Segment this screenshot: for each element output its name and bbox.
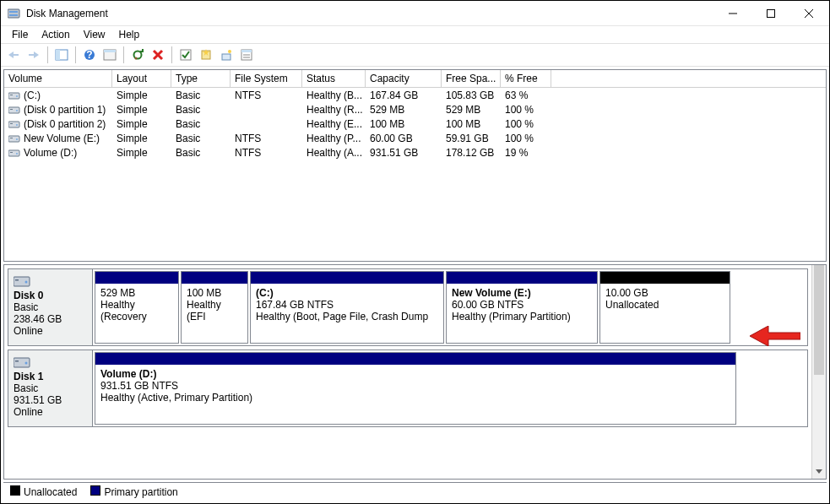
column-header-status[interactable]: Status [302, 70, 366, 87]
cell: 167.84 GB [366, 89, 442, 102]
volume-list-header: VolumeLayoutTypeFile SystemStatusCapacit… [4, 70, 826, 88]
close-button[interactable] [789, 2, 827, 25]
cell: Simple [112, 132, 171, 145]
volume-row[interactable]: (Disk 0 partition 1)SimpleBasicHealthy (… [4, 102, 826, 117]
cell: 529 MB [442, 103, 501, 117]
back-icon[interactable] [4, 46, 23, 64]
svg-point-35 [16, 124, 18, 126]
disk-icon [14, 355, 30, 369]
legend-unallocated: Unallocated [10, 485, 77, 498]
cell: 931.51 GB [366, 146, 442, 160]
cell: NTFS [231, 89, 302, 102]
cell: Simple [112, 89, 171, 102]
cell: Simple [112, 117, 171, 131]
help-icon[interactable]: ? [80, 46, 99, 64]
svg-rect-31 [10, 109, 13, 110]
drive-icon [8, 134, 20, 143]
check-icon[interactable] [176, 46, 195, 64]
partition[interactable]: New Volume (E:)60.00 GB NTFSHealthy (Pri… [446, 271, 598, 344]
cell: Basic [171, 117, 231, 131]
cell: 59.91 GB [442, 132, 501, 145]
primary-swatch [90, 485, 100, 496]
partition[interactable]: (C:)167.84 GB NTFSHealthy (Boot, Page Fi… [250, 271, 444, 344]
column-header-pctfree[interactable]: % Free [501, 70, 551, 87]
app-icon [8, 7, 21, 20]
partition-body: 10.00 GBUnallocated [600, 284, 730, 314]
disk-info[interactable]: Disk 1Basic931.51 GBOnline [8, 350, 93, 426]
cell: Basic [171, 146, 231, 160]
drive-icon [8, 120, 20, 128]
cell: Healthy (A... [302, 146, 366, 160]
svg-rect-39 [8, 150, 19, 156]
cell: 100 % [501, 132, 551, 145]
scroll-thumb[interactable] [814, 265, 824, 375]
partition-body: 529 MBHealthy (Recovery [95, 284, 178, 326]
volume-row[interactable]: (C:)SimpleBasicNTFSHealthy (B...167.84 G… [4, 88, 826, 102]
drive-icon [8, 91, 20, 100]
cell: NTFS [231, 132, 302, 145]
partition[interactable]: 100 MBHealthy (EFI [181, 271, 248, 344]
volume-row[interactable]: (Disk 0 partition 2)SimpleBasicHealthy (… [4, 117, 826, 131]
settings-icon[interactable] [237, 46, 256, 64]
menu-file[interactable]: File [6, 27, 34, 42]
svg-rect-14 [104, 50, 116, 52]
new-icon[interactable] [197, 46, 215, 64]
partition-body: New Volume (E:)60.00 GB NTFSHealthy (Pri… [447, 284, 597, 326]
volume-row[interactable]: Volume (D:)SimpleBasicNTFSHealthy (A...9… [4, 145, 826, 160]
cell: Healthy (B... [302, 89, 366, 102]
menu-help[interactable]: Help [113, 27, 146, 42]
column-header-filesystem[interactable]: File System [231, 70, 302, 87]
cell [231, 109, 302, 111]
cell: 100 MB [366, 117, 442, 131]
column-header-capacity[interactable]: Capacity [366, 70, 442, 87]
primary-stripe [447, 272, 597, 284]
cell: New Volume (E:) [4, 132, 112, 145]
menubar: File Action View Help [1, 26, 829, 43]
forward-icon[interactable] [24, 46, 43, 64]
partition-body: 100 MBHealthy (EFI [182, 284, 247, 326]
partition[interactable]: Volume (D:)931.51 GB NTFSHealthy (Active… [95, 352, 736, 425]
primary-stripe [95, 272, 178, 284]
delete-icon[interactable] [149, 46, 167, 64]
svg-point-44 [25, 281, 28, 284]
svg-rect-0 [8, 9, 19, 18]
cell: (C:) [4, 89, 112, 102]
svg-rect-21 [222, 54, 231, 60]
cell: Simple [112, 103, 171, 117]
column-header-freespace[interactable]: Free Spa... [442, 70, 501, 87]
wizard-icon[interactable] [217, 46, 236, 64]
scroll-down-icon[interactable] [812, 464, 826, 479]
maximize-button[interactable] [751, 2, 789, 25]
cell: 105.83 GB [442, 89, 501, 102]
cell: Healthy (P... [302, 132, 366, 145]
column-header-layout[interactable]: Layout [112, 70, 171, 87]
svg-rect-7 [14, 54, 19, 56]
partition[interactable]: 10.00 GBUnallocated [599, 271, 730, 344]
menu-action[interactable]: Action [35, 27, 75, 42]
separator [123, 46, 124, 63]
svg-rect-33 [8, 122, 19, 127]
volume-row[interactable]: New Volume (E:)SimpleBasicNTFSHealthy (P… [4, 131, 826, 145]
disk-icon [14, 274, 30, 288]
svg-point-38 [16, 138, 18, 140]
column-header-volume[interactable]: Volume [4, 70, 112, 87]
cell [231, 123, 302, 125]
refresh-icon[interactable] [128, 46, 147, 64]
menu-view[interactable]: View [78, 27, 111, 42]
cell: 100 % [501, 103, 551, 117]
disk-info[interactable]: Disk 0Basic238.46 GBOnline [8, 269, 93, 345]
minimize-button[interactable] [713, 2, 751, 25]
separator [47, 46, 48, 63]
unallocated-swatch [10, 485, 20, 496]
partition[interactable]: 529 MBHealthy (Recovery [95, 271, 179, 344]
volume-list[interactable]: VolumeLayoutTypeFile SystemStatusCapacit… [3, 69, 827, 262]
properties-icon[interactable] [100, 46, 119, 64]
titlebar: Disk Management [1, 1, 829, 26]
vertical-scrollbar[interactable] [811, 265, 826, 479]
cell: 60.00 GB [366, 132, 442, 145]
window-title: Disk Management [26, 8, 713, 19]
cell: Healthy (E... [302, 117, 366, 131]
column-header-type[interactable]: Type [171, 70, 231, 87]
svg-point-29 [16, 95, 18, 97]
show-hide-console-tree-icon[interactable] [52, 46, 71, 64]
